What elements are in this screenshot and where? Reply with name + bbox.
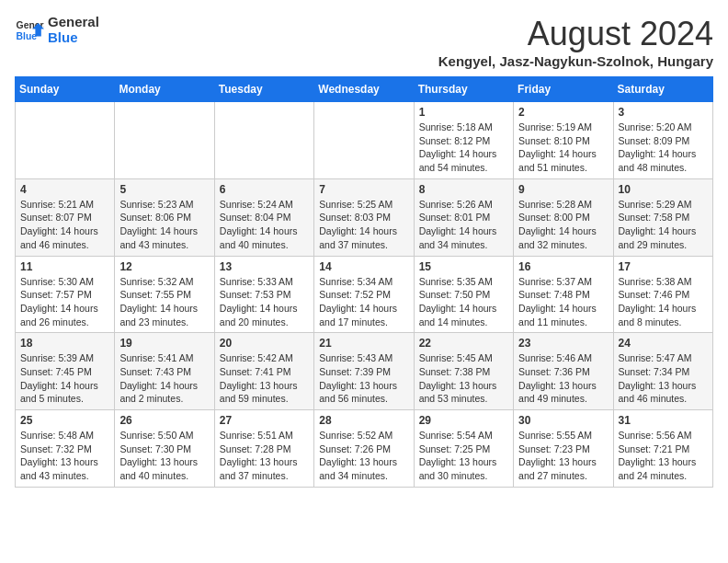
day-info-line: and 27 minutes. xyxy=(518,469,608,483)
day-info-line: Daylight: 13 hours xyxy=(518,455,608,469)
day-info-line: and 17 minutes. xyxy=(319,316,408,329)
day-info-line: Daylight: 14 hours xyxy=(220,302,309,316)
calendar-cell-1-4 xyxy=(314,102,414,179)
calendar-cell-2-5: 8Sunrise: 5:26 AMSunset: 8:01 PMDaylight… xyxy=(414,178,513,256)
day-info-line: and 34 minutes. xyxy=(319,469,408,483)
day-info-line: Daylight: 14 hours xyxy=(518,224,608,238)
logo-icon: General Blue xyxy=(15,16,44,45)
day-info-line: Daylight: 14 hours xyxy=(119,224,209,238)
calendar-cell-5-1: 25Sunrise: 5:48 AMSunset: 7:32 PMDayligh… xyxy=(16,410,115,488)
day-info-line: Daylight: 14 hours xyxy=(119,379,209,393)
calendar-week-1: 1Sunrise: 5:18 AMSunset: 8:12 PMDaylight… xyxy=(16,102,713,179)
day-info-line: Daylight: 14 hours xyxy=(319,302,408,316)
day-info-line: Daylight: 13 hours xyxy=(419,379,508,393)
calendar-cell-4-4: 21Sunrise: 5:43 AMSunset: 7:39 PMDayligh… xyxy=(314,333,414,410)
day-number: 13 xyxy=(220,260,309,273)
day-info-line: Sunset: 7:50 PM xyxy=(419,288,508,302)
day-info-line: Sunrise: 5:35 AM xyxy=(419,275,508,289)
day-info-line: Daylight: 14 hours xyxy=(20,224,109,238)
weekday-header-friday: Friday xyxy=(514,77,613,102)
calendar-cell-1-5: 1Sunrise: 5:18 AMSunset: 8:12 PMDaylight… xyxy=(414,102,513,179)
day-info-line: Daylight: 14 hours xyxy=(220,224,309,238)
day-info-line: Sunrise: 5:19 AM xyxy=(518,121,608,134)
day-number: 8 xyxy=(419,183,508,196)
day-number: 4 xyxy=(20,183,109,196)
day-info-line: Sunset: 7:26 PM xyxy=(319,442,408,456)
day-info-line: Sunrise: 5:56 AM xyxy=(619,429,708,442)
day-info-line: Sunrise: 5:45 AM xyxy=(419,351,508,365)
day-info-line: Daylight: 14 hours xyxy=(20,379,109,393)
day-info-line: Sunrise: 5:46 AM xyxy=(518,351,608,365)
calendar-cell-4-2: 19Sunrise: 5:41 AMSunset: 7:43 PMDayligh… xyxy=(115,333,214,410)
day-info-line: Daylight: 13 hours xyxy=(419,455,508,469)
day-info-line: Sunrise: 5:51 AM xyxy=(220,429,309,442)
day-info-line: Sunset: 7:21 PM xyxy=(619,442,708,456)
day-info-line: Daylight: 13 hours xyxy=(20,455,109,469)
calendar-cell-2-6: 9Sunrise: 5:28 AMSunset: 8:00 PMDaylight… xyxy=(514,178,613,256)
day-info-line: Sunrise: 5:23 AM xyxy=(119,198,209,212)
title-block: August 2024 Kengyel, Jasz-Nagykun-Szolno… xyxy=(438,15,713,69)
day-info-line: Sunset: 7:41 PM xyxy=(220,365,309,379)
day-info-line: Daylight: 14 hours xyxy=(419,302,508,316)
day-info-line: Sunset: 7:46 PM xyxy=(619,288,708,302)
calendar-cell-3-3: 13Sunrise: 5:33 AMSunset: 7:53 PMDayligh… xyxy=(214,256,313,333)
calendar-cell-3-6: 16Sunrise: 5:37 AMSunset: 7:48 PMDayligh… xyxy=(514,256,613,333)
logo-blue: Blue xyxy=(48,30,99,46)
day-info-line: Sunset: 8:09 PM xyxy=(619,134,708,148)
day-info-line: Sunrise: 5:30 AM xyxy=(20,275,109,289)
day-number: 18 xyxy=(20,337,109,350)
day-info-line: Sunset: 7:53 PM xyxy=(220,288,309,302)
day-info-line: Sunrise: 5:21 AM xyxy=(20,198,109,212)
logo-general: General xyxy=(48,15,99,30)
day-info-line: Sunset: 8:06 PM xyxy=(119,211,209,224)
day-number: 9 xyxy=(518,183,608,196)
day-info-line: and 54 minutes. xyxy=(419,161,508,175)
day-info-line: and 51 minutes. xyxy=(518,161,608,175)
day-number: 10 xyxy=(619,183,708,196)
day-number: 6 xyxy=(220,183,309,196)
day-info-line: Daylight: 13 hours xyxy=(319,455,408,469)
day-info-line: and 48 minutes. xyxy=(619,161,708,175)
day-number: 17 xyxy=(619,260,708,273)
day-info-line: Sunrise: 5:33 AM xyxy=(220,275,309,289)
day-info-line: and 53 minutes. xyxy=(419,392,508,406)
day-number: 30 xyxy=(518,414,608,427)
day-info-line: and 29 minutes. xyxy=(619,238,708,252)
day-info-line: Daylight: 14 hours xyxy=(518,302,608,316)
calendar-cell-1-3 xyxy=(214,102,313,179)
day-info-line: Daylight: 13 hours xyxy=(619,379,708,393)
day-number: 27 xyxy=(220,414,309,427)
day-info-line: Sunrise: 5:50 AM xyxy=(119,429,209,442)
day-info-line: Sunrise: 5:38 AM xyxy=(619,275,708,289)
day-number: 20 xyxy=(220,337,309,350)
calendar-cell-4-1: 18Sunrise: 5:39 AMSunset: 7:45 PMDayligh… xyxy=(16,333,115,410)
day-info-line: Sunrise: 5:48 AM xyxy=(20,429,109,442)
day-info-line: and 46 minutes. xyxy=(619,392,708,406)
calendar-cell-1-1 xyxy=(16,102,115,179)
day-info-line: Daylight: 13 hours xyxy=(518,379,608,393)
day-info-line: Sunset: 7:28 PM xyxy=(220,442,309,456)
day-info-line: and 43 minutes. xyxy=(119,238,209,252)
day-info-line: Daylight: 14 hours xyxy=(518,147,608,161)
calendar-cell-4-6: 23Sunrise: 5:46 AMSunset: 7:36 PMDayligh… xyxy=(514,333,613,410)
day-info-line: Daylight: 14 hours xyxy=(619,147,708,161)
day-info-line: Sunrise: 5:34 AM xyxy=(319,275,408,289)
calendar-cell-5-4: 28Sunrise: 5:52 AMSunset: 7:26 PMDayligh… xyxy=(314,410,414,488)
calendar-week-4: 18Sunrise: 5:39 AMSunset: 7:45 PMDayligh… xyxy=(16,333,713,410)
weekday-header-wednesday: Wednesday xyxy=(314,77,414,102)
day-info-line: and 30 minutes. xyxy=(419,469,508,483)
calendar-cell-5-7: 31Sunrise: 5:56 AMSunset: 7:21 PMDayligh… xyxy=(613,410,712,488)
day-info-line: Daylight: 13 hours xyxy=(220,455,309,469)
calendar-title: August 2024 xyxy=(438,15,713,53)
day-info-line: Sunset: 7:45 PM xyxy=(20,365,109,379)
day-info-line: and 37 minutes. xyxy=(220,469,309,483)
day-info-line: Sunset: 8:10 PM xyxy=(518,134,608,148)
day-info-line: and 49 minutes. xyxy=(518,392,608,406)
day-number: 12 xyxy=(119,260,209,273)
day-info-line: and 40 minutes. xyxy=(119,469,209,483)
day-info-line: Sunset: 7:48 PM xyxy=(518,288,608,302)
day-number: 1 xyxy=(419,106,508,119)
calendar-cell-4-3: 20Sunrise: 5:42 AMSunset: 7:41 PMDayligh… xyxy=(214,333,313,410)
calendar-subtitle: Kengyel, Jasz-Nagykun-Szolnok, Hungary xyxy=(438,53,713,69)
day-info-line: Daylight: 14 hours xyxy=(119,302,209,316)
